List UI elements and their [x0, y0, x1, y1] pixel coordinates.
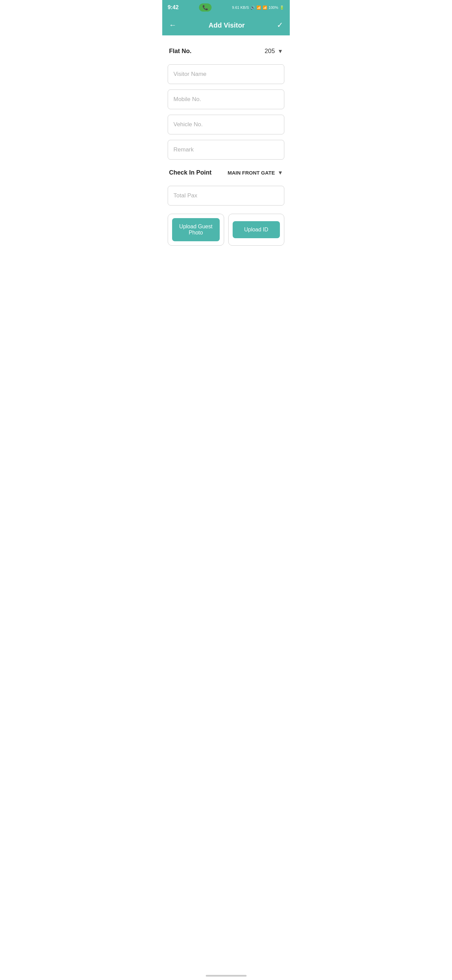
- flat-no-row[interactable]: Flat No. 205 ▼: [168, 43, 284, 59]
- call-icon: 📞: [202, 5, 208, 10]
- upload-guest-photo-box: Upload Guest Photo: [168, 214, 224, 246]
- upload-id-button[interactable]: Upload ID: [233, 221, 280, 238]
- check-in-point-value: MAIN FRONT GATE: [228, 170, 275, 176]
- flat-no-dropdown[interactable]: 205 ▼: [265, 48, 283, 55]
- flat-no-value: 205: [265, 48, 275, 55]
- mobile-no-input[interactable]: [168, 89, 284, 109]
- upload-guest-photo-button[interactable]: Upload Guest Photo: [172, 218, 220, 241]
- form-content: Flat No. 205 ▼ Check In Point MAIN FRONT…: [162, 35, 290, 254]
- header: ← Add Visitor ✓: [162, 15, 290, 35]
- status-bar-right: 9.61 KB/S 🔊 📶 📶 100% 🔋: [232, 5, 284, 10]
- upload-container: Upload Guest Photo Upload ID: [168, 214, 284, 246]
- check-in-point-label: Check In Point: [169, 169, 211, 176]
- check-in-point-dropdown-arrow: ▼: [278, 170, 283, 176]
- status-bar: 9:42 📞 9.61 KB/S 🔊 📶 📶 100% 🔋: [162, 0, 290, 15]
- remark-input[interactable]: [168, 140, 284, 159]
- flat-no-label: Flat No.: [169, 48, 192, 55]
- network-speed: 9.61 KB/S: [232, 5, 249, 10]
- wifi-icon: 📶: [257, 5, 261, 10]
- vehicle-no-input[interactable]: [168, 115, 284, 134]
- upload-id-box: Upload ID: [228, 214, 285, 246]
- total-pax-input[interactable]: [168, 186, 284, 205]
- confirm-button[interactable]: ✓: [277, 21, 283, 30]
- check-in-point-row[interactable]: Check In Point MAIN FRONT GATE ▼: [168, 165, 284, 180]
- visitor-name-input[interactable]: [168, 64, 284, 84]
- page-title: Add Visitor: [208, 21, 244, 29]
- battery-percent: 100%: [269, 5, 278, 10]
- signal-icon: 📶: [263, 5, 267, 10]
- check-in-point-dropdown[interactable]: MAIN FRONT GATE ▼: [228, 170, 283, 176]
- back-button[interactable]: ←: [169, 21, 176, 30]
- flat-no-dropdown-arrow: ▼: [278, 48, 283, 54]
- call-indicator: 📞: [199, 3, 211, 11]
- status-time: 9:42: [168, 5, 179, 11]
- battery-icon: 🔋: [279, 5, 284, 10]
- volume-icon: 🔊: [250, 5, 255, 10]
